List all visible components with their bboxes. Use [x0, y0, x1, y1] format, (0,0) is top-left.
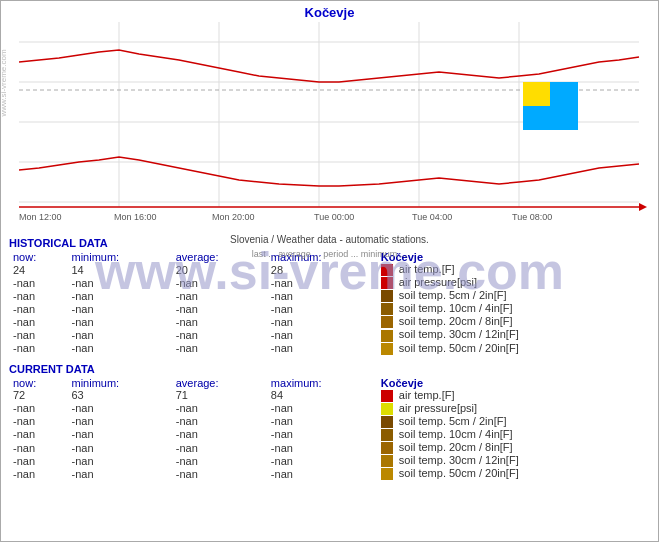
svg-rect-24	[550, 82, 578, 106]
svg-text:Tue 08:00: Tue 08:00	[512, 212, 552, 222]
c-max: -nan	[267, 441, 377, 454]
c-max: -nan	[267, 467, 377, 480]
h-max: -nan	[267, 315, 377, 328]
h-avg: -nan	[172, 342, 267, 355]
h-avg: -nan	[172, 328, 267, 341]
color-swatch	[381, 343, 393, 355]
svg-text:Tue 00:00: Tue 00:00	[314, 212, 354, 222]
current-row: -nan -nan -nan -nan soil temp. 30cm / 12…	[9, 454, 650, 467]
c-min: -nan	[68, 428, 172, 441]
color-swatch	[381, 455, 393, 467]
color-swatch	[381, 290, 393, 302]
h-label: soil temp. 20cm / 8in[F]	[377, 315, 650, 328]
h-min: -nan	[68, 315, 172, 328]
logo-svg	[523, 82, 578, 130]
current-row: -nan -nan -nan -nan soil temp. 20cm / 8i…	[9, 441, 650, 454]
side-watermark: www.si-vreme.com	[0, 49, 8, 116]
main-container: Kočevje www.si-vreme.com 80 60	[0, 0, 659, 542]
color-swatch	[381, 316, 393, 328]
current-row: -nan -nan -nan -nan soil temp. 10cm / 4i…	[9, 428, 650, 441]
current-row: -nan -nan -nan -nan air pressure[psi]	[9, 402, 650, 415]
h-min: -nan	[68, 289, 172, 302]
color-swatch	[381, 416, 393, 428]
c-col-now: now:	[9, 377, 68, 389]
h-label: soil temp. 30cm / 12in[F]	[377, 328, 650, 341]
c-min: -nan	[68, 467, 172, 480]
c-col-max: maximum:	[267, 377, 377, 389]
color-swatch	[381, 468, 393, 480]
svg-text:Mon 12:00: Mon 12:00	[19, 212, 62, 222]
svg-text:Mon 20:00: Mon 20:00	[212, 212, 255, 222]
current-section: CURRENT DATA now: minimum: average: maxi…	[1, 357, 658, 483]
c-col-station: Kočevje	[377, 377, 650, 389]
h-label: soil temp. 10cm / 4in[F]	[377, 302, 650, 315]
h-min: -nan	[68, 276, 172, 289]
c-avg: -nan	[172, 402, 267, 415]
color-swatch	[381, 330, 393, 342]
h-avg: -nan	[172, 289, 267, 302]
logo-overlay	[523, 82, 578, 130]
chart-footer: Slovenia / Weather data - automatic stat…	[1, 232, 658, 247]
c-avg: -nan	[172, 428, 267, 441]
h-now: -nan	[9, 302, 68, 315]
color-swatch	[381, 442, 393, 454]
c-avg: 71	[172, 389, 267, 402]
h-now: -nan	[9, 328, 68, 341]
c-now: -nan	[9, 428, 68, 441]
c-col-avg: average:	[172, 377, 267, 389]
c-max: -nan	[267, 402, 377, 415]
h-label: air pressure[psi]	[377, 276, 650, 289]
h-now: -nan	[9, 315, 68, 328]
color-swatch	[381, 264, 393, 276]
chart-svg: www.si-vreme.com 80 60 40 20	[1, 22, 658, 232]
c-min: -nan	[68, 415, 172, 428]
current-row: -nan -nan -nan -nan soil temp. 50cm / 20…	[9, 467, 650, 480]
svg-text:Tue 04:00: Tue 04:00	[412, 212, 452, 222]
h-now: 24	[9, 263, 68, 276]
h-max: -nan	[267, 276, 377, 289]
c-label: air pressure[psi]	[377, 402, 650, 415]
h-min: -nan	[68, 302, 172, 315]
svg-marker-16	[639, 203, 647, 211]
h-avg: -nan	[172, 302, 267, 315]
h-now: -nan	[9, 289, 68, 302]
h-max: -nan	[267, 302, 377, 315]
color-swatch	[381, 277, 393, 289]
c-min: -nan	[68, 441, 172, 454]
c-label: air temp.[F]	[377, 389, 650, 402]
c-label: soil temp. 50cm / 20in[F]	[377, 467, 650, 480]
c-max: -nan	[267, 428, 377, 441]
historical-row: -nan -nan -nan -nan air pressure[psi]	[9, 276, 650, 289]
h-max: 28	[267, 263, 377, 276]
h-label: soil temp. 50cm / 20in[F]	[377, 342, 650, 355]
svg-rect-25	[523, 106, 578, 130]
c-max: -nan	[267, 454, 377, 467]
c-avg: -nan	[172, 415, 267, 428]
c-min: -nan	[68, 454, 172, 467]
c-now: -nan	[9, 467, 68, 480]
h-avg: -nan	[172, 315, 267, 328]
h-now: -nan	[9, 342, 68, 355]
h-avg: -nan	[172, 276, 267, 289]
historical-row: -nan -nan -nan -nan soil temp. 5cm / 2in…	[9, 289, 650, 302]
current-row: -nan -nan -nan -nan soil temp. 5cm / 2in…	[9, 415, 650, 428]
color-swatch	[381, 429, 393, 441]
c-min: -nan	[68, 402, 172, 415]
h-max: -nan	[267, 328, 377, 341]
current-col-headers: now: minimum: average: maximum: Kočevje	[9, 377, 650, 389]
h-min: -nan	[68, 342, 172, 355]
historical-row: -nan -nan -nan -nan soil temp. 50cm / 20…	[9, 342, 650, 355]
current-table: now: minimum: average: maximum: Kočevje …	[9, 377, 650, 481]
svg-text:Mon 16:00: Mon 16:00	[114, 212, 157, 222]
svg-rect-23	[523, 82, 550, 106]
h-now: -nan	[9, 276, 68, 289]
h-max: -nan	[267, 342, 377, 355]
h-label: soil temp. 5cm / 2in[F]	[377, 289, 650, 302]
historical-table: now: minimum: average: maximum: Kočevje …	[9, 251, 650, 355]
color-swatch	[381, 403, 393, 415]
h-label: air temp.[F]	[377, 263, 650, 276]
h-avg: 20	[172, 263, 267, 276]
c-col-min: minimum:	[68, 377, 172, 389]
c-now: -nan	[9, 441, 68, 454]
historical-row: -nan -nan -nan -nan soil temp. 20cm / 8i…	[9, 315, 650, 328]
